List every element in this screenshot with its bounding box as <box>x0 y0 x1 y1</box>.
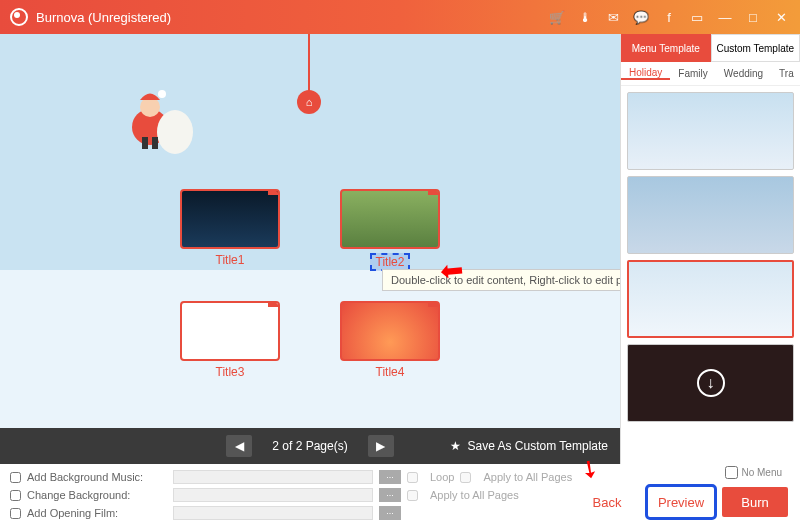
menu-thumb-3[interactable]: Title3 <box>170 301 290 379</box>
template-item-4-download[interactable]: ↓ <box>627 344 794 422</box>
bg-browse-button[interactable]: ··· <box>379 488 401 502</box>
cart-icon[interactable]: 🛒 <box>548 8 566 26</box>
page-prev-button[interactable]: ◀ <box>226 435 252 457</box>
loop-checkbox <box>407 472 418 483</box>
menu-thumb-1[interactable]: Title1 <box>170 189 290 271</box>
save-custom-template-button[interactable]: ★ Save As Custom Template <box>450 439 608 453</box>
ornament-line <box>308 34 310 94</box>
menu-canvas[interactable]: ⌂ Title1 Title2 Title3 Title4 <box>0 34 620 428</box>
film-path-input[interactable] <box>173 506 373 520</box>
cat-wedding[interactable]: Wedding <box>716 68 771 79</box>
home-ornament-icon[interactable]: ⌂ <box>297 90 321 114</box>
burn-button[interactable]: Burn <box>722 487 788 517</box>
close-icon[interactable]: ✕ <box>772 8 790 26</box>
download-icon: ↓ <box>697 369 725 397</box>
page-indicator: 2 of 2 Page(s) <box>272 439 347 453</box>
apply-all-bg-checkbox <box>407 490 418 501</box>
pager-bar: ◀ 2 of 2 Page(s) ▶ ★ Save As Custom Temp… <box>0 428 620 464</box>
bottom-panel: No Menu Add Background Music: ··· Loop A… <box>0 464 800 523</box>
menu-thumb-2[interactable]: Title2 <box>330 189 450 271</box>
music-path-input[interactable] <box>173 470 373 484</box>
cat-travel[interactable]: Tra <box>771 68 800 79</box>
back-button[interactable]: Back <box>574 487 640 517</box>
edit-tooltip: Double-click to edit content, Right-clic… <box>382 269 620 291</box>
cat-holiday[interactable]: Holiday <box>621 67 670 80</box>
template-item-3-selected[interactable] <box>627 260 794 338</box>
speech-icon[interactable]: 💬 <box>632 8 650 26</box>
music-browse-button[interactable]: ··· <box>379 470 401 484</box>
cat-family[interactable]: Family <box>670 68 715 79</box>
annotation-arrow-icon: ⬅ <box>439 253 465 288</box>
template-item-1[interactable] <box>627 92 794 170</box>
add-music-checkbox[interactable] <box>10 472 21 483</box>
svg-rect-5 <box>152 137 158 149</box>
preview-button[interactable]: Preview <box>648 487 714 517</box>
thumb-label[interactable]: Title4 <box>330 365 450 379</box>
app-logo-icon <box>10 8 28 26</box>
star-icon: ★ <box>450 439 461 453</box>
opening-film-label: Add Opening Film: <box>27 507 167 519</box>
facebook-icon[interactable]: f <box>660 8 678 26</box>
svg-point-3 <box>157 110 193 154</box>
thumb-label[interactable]: Title3 <box>170 365 290 379</box>
change-bg-checkbox[interactable] <box>10 490 21 501</box>
screen-icon[interactable]: ▭ <box>688 8 706 26</box>
opening-film-checkbox[interactable] <box>10 508 21 519</box>
mail-icon[interactable]: ✉ <box>604 8 622 26</box>
santa-graphic <box>120 82 200 162</box>
thermometer-icon[interactable]: 🌡 <box>576 8 594 26</box>
apply-all-checkbox <box>460 472 471 483</box>
template-sidebar: Menu Template Custom Template Holiday Fa… <box>620 34 800 464</box>
page-next-button[interactable]: ▶ <box>368 435 394 457</box>
svg-point-2 <box>158 90 166 98</box>
maximize-icon[interactable]: □ <box>744 8 762 26</box>
svg-rect-4 <box>142 137 148 149</box>
change-bg-label: Change Background: <box>27 489 167 501</box>
tab-menu-template[interactable]: Menu Template <box>621 34 711 62</box>
bg-path-input[interactable] <box>173 488 373 502</box>
tab-custom-template[interactable]: Custom Template <box>711 34 801 62</box>
minimize-icon[interactable]: — <box>716 8 734 26</box>
thumb-label[interactable]: Title1 <box>170 253 290 267</box>
app-title: Burnova (Unregistered) <box>36 10 171 25</box>
menu-thumb-4[interactable]: Title4 <box>330 301 450 379</box>
template-item-2[interactable] <box>627 176 794 254</box>
add-music-label: Add Background Music: <box>27 471 167 483</box>
title-bar: Burnova (Unregistered) 🛒 🌡 ✉ 💬 f ▭ — □ ✕ <box>0 0 800 34</box>
no-menu-checkbox[interactable]: No Menu <box>725 466 782 479</box>
film-browse-button[interactable]: ··· <box>379 506 401 520</box>
